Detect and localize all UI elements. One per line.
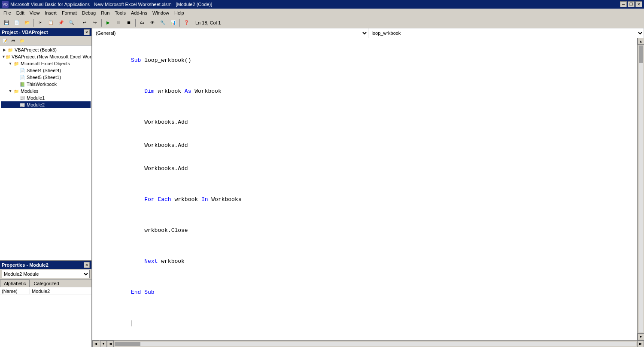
project-panel-close[interactable]: ×: [84, 29, 90, 35]
tb-debug2[interactable]: 📊: [168, 18, 178, 27]
code-line-close: wrkbook.Close: [97, 219, 632, 242]
tb-copy[interactable]: 📋: [46, 18, 55, 27]
menu-window[interactable]: Window: [150, 9, 172, 17]
tree-node-modules[interactable]: ▼ 📁 Modules: [1, 88, 91, 94]
label-book3: VBAProject (Book3): [15, 47, 57, 52]
code-editor[interactable]: Sub loop_wrkbook() Dim wrkbook As Workbo…: [92, 38, 637, 340]
project-panel-title: Project - VBAProject: [2, 30, 48, 35]
code-line-blank8: [97, 304, 632, 312]
tree-node-book3[interactable]: ▶ 📁 VBAProject (Book3): [1, 46, 91, 53]
vscroll-thumb[interactable]: [639, 46, 643, 63]
code-line-blank9: [97, 335, 632, 340]
tb-new[interactable]: 📄: [12, 18, 21, 27]
tb-run[interactable]: ▶: [103, 18, 113, 27]
hscroll-track[interactable]: [115, 342, 636, 346]
bottom-indicator-left[interactable]: ◀: [92, 341, 99, 347]
menu-help[interactable]: Help: [172, 9, 187, 17]
code-dropdown-object[interactable]: (General): [92, 28, 368, 38]
icon-newxl: 📁: [6, 54, 11, 60]
code-sub-rest: loop_wrkbook(): [141, 57, 191, 64]
tb-sep5: [179, 19, 180, 27]
tb-proj[interactable]: 🗂: [137, 18, 147, 27]
code-vscroll: ▲ ▼: [637, 38, 644, 340]
hscroll-left[interactable]: ◀: [107, 341, 114, 347]
proj-tb-toggle-folders[interactable]: 📁: [18, 37, 26, 45]
close-button[interactable]: ✕: [635, 1, 642, 7]
tree-node-thiswb[interactable]: ▶ 📗 ThisWorkbook: [1, 81, 91, 88]
vscroll-up[interactable]: ▲: [638, 38, 644, 45]
menu-insert[interactable]: Insert: [42, 9, 59, 17]
tb-help[interactable]: ❓: [182, 18, 191, 27]
project-tree[interactable]: ▶ 📁 VBAProject (Book3) ▼ 📁 VBAProject (N…: [0, 46, 91, 260]
code-for-rest: wrkbook: [171, 196, 201, 203]
menu-run[interactable]: Run: [98, 9, 112, 17]
menu-view[interactable]: View: [27, 9, 43, 17]
tb-sep4: [135, 19, 136, 27]
label-thiswb: ThisWorkbook: [27, 82, 57, 87]
tree-node-excobj[interactable]: ▼ 📁 Microsoft Excel Objects: [1, 60, 91, 67]
tb-undo[interactable]: ↩: [80, 18, 89, 27]
props-dropdown[interactable]: Module2 Module: [2, 270, 90, 278]
props-content: Module2 Module: [0, 269, 91, 280]
tb-reset[interactable]: ⏹: [124, 18, 134, 27]
tb-find[interactable]: 🔍: [67, 18, 76, 27]
code-line-blank7: [97, 273, 632, 281]
tree-node-module1[interactable]: ▶ 📰 Module1: [1, 94, 91, 101]
vscroll-down[interactable]: ▼: [638, 333, 644, 340]
bottom-indicator-right[interactable]: ▼: [100, 341, 107, 347]
code-dim-type: Workbook: [191, 88, 221, 94]
tb-paste[interactable]: 📌: [56, 18, 66, 27]
menu-debug[interactable]: Debug: [79, 9, 98, 17]
label-module2: Module2: [27, 102, 45, 107]
minimize-button[interactable]: ─: [620, 1, 627, 7]
icon-sheet4: 📄: [19, 67, 26, 73]
tb-watch[interactable]: 👁: [148, 18, 157, 27]
props-tab-categorized[interactable]: Categorized: [30, 280, 63, 287]
label-sheet5: Sheet5 (Sheet1): [27, 75, 61, 80]
code-line-next: Next wrkbook: [97, 250, 632, 273]
tree-node-sheet4[interactable]: ▶ 📄 Sheet4 (Sheet4): [1, 67, 91, 74]
expander-book3: ▶: [2, 47, 7, 52]
icon-sheet5: 📄: [19, 74, 26, 80]
menu-format[interactable]: Format: [59, 9, 79, 17]
code-line-add1: Workbooks.Add: [97, 111, 632, 134]
kw-next: Next: [144, 258, 158, 265]
label-modules: Modules: [21, 88, 39, 94]
properties-panel-close[interactable]: ×: [84, 262, 90, 268]
restore-button[interactable]: ❐: [628, 1, 635, 7]
menu-edit[interactable]: Edit: [14, 9, 27, 17]
tb-sep1: [33, 19, 34, 27]
code-dropdown-proc[interactable]: loop_wrkbook: [368, 28, 644, 38]
tree-node-module2[interactable]: ▶ 📰 Module2: [1, 101, 91, 108]
label-newxl: VBAProject (New Microsoft Excel Worksh..…: [12, 54, 91, 59]
tb-cut[interactable]: ✂: [36, 18, 45, 27]
label-module1: Module1: [27, 95, 45, 100]
menu-bar: File Edit View Insert Format Debug Run T…: [0, 9, 644, 17]
tb-break[interactable]: ⏸: [114, 18, 123, 27]
tb-open[interactable]: 📂: [22, 18, 32, 27]
vscroll-track[interactable]: [639, 46, 643, 332]
menu-file[interactable]: File: [1, 9, 14, 17]
tree-node-sheet5[interactable]: ▶ 📄 Sheet5 (Sheet1): [1, 74, 91, 81]
kw-in: In: [201, 196, 208, 203]
tree-node-newxl[interactable]: ▼ 📁 VBAProject (New Microsoft Excel Work…: [1, 53, 91, 60]
tb-save[interactable]: 💾: [2, 18, 11, 27]
label-excobj: Microsoft Excel Objects: [21, 61, 70, 66]
kw-sub: Sub: [131, 57, 141, 64]
tb-debug1[interactable]: 🔧: [158, 18, 167, 27]
hscroll-thumb[interactable]: [115, 342, 140, 346]
props-row-name: (Name) Module2: [0, 287, 91, 295]
tb-redo[interactable]: ↪: [90, 18, 100, 27]
code-line-add3: Workbooks.Add: [97, 157, 632, 180]
props-tab-alphabetic[interactable]: Alphabetic: [0, 280, 30, 287]
proj-tb-view-obj[interactable]: 🗃: [9, 37, 17, 45]
proj-tb-view-code[interactable]: 📝: [1, 37, 9, 45]
menu-addins[interactable]: Add-Ins: [128, 9, 150, 17]
project-panel: Project - VBAProject × 📝 🗃 📁 ▶ 📁 VBAProj…: [0, 28, 91, 261]
hscroll-right[interactable]: ▶: [637, 341, 644, 347]
menu-tools[interactable]: Tools: [112, 9, 128, 17]
code-next-indent: [131, 258, 144, 265]
icon-thiswb: 📗: [19, 81, 26, 87]
code-area: (General) loop_wrkbook Sub loop_wrkbook(…: [92, 28, 644, 347]
text-cursor: [131, 320, 131, 326]
